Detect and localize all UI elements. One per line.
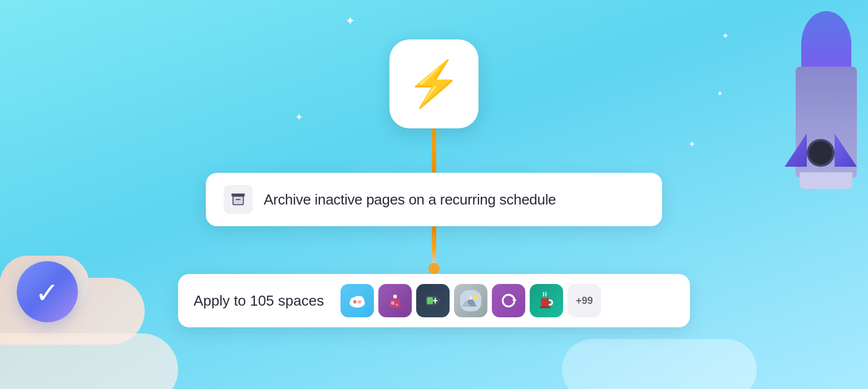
main-content: ⚡ Archive inactive pages on a recurring … [178,39,690,327]
spaces-label: Apply to 105 spaces [194,292,324,310]
connector-dot [428,263,440,274]
space-icon-mountain[interactable] [454,284,487,317]
space-icon-coffee[interactable] [530,284,563,317]
lightning-icon-card: ⚡ [389,39,479,128]
space-icon-plus[interactable] [416,284,450,317]
svg-point-9 [396,303,398,306]
svg-point-6 [358,300,361,303]
rocket-window [807,139,835,167]
archive-svg-icon [230,192,246,207]
svg-rect-7 [393,295,397,298]
cloud-svg [347,290,368,311]
potion-svg [384,290,406,311]
space-icon-potion[interactable] [378,284,412,317]
spaces-card[interactable]: Apply to 105 spaces [178,274,690,327]
space-icon-cloud[interactable] [341,284,374,317]
rocket-decoration [757,0,868,278]
sparkle-icon-2: ✦ [722,31,729,41]
background-cloud-bottom-left [0,333,178,389]
archive-card[interactable]: Archive inactive pages on a recurring sc… [206,173,662,226]
archive-card-text: Archive inactive pages on a recurring sc… [264,191,556,208]
svg-marker-19 [512,298,516,301]
background-cloud-bottom-right [562,339,757,389]
spaces-icons-list: +99 [341,284,601,317]
svg-point-8 [391,301,394,305]
refresh-svg [498,290,519,311]
rocket-base [800,172,852,189]
svg-rect-11 [438,298,440,303]
lightning-bolt-icon: ⚡ [406,62,462,106]
connector-top [432,128,436,173]
check-circle: ✓ [17,261,78,322]
svg-rect-20 [541,298,550,307]
sparkle-icon-1: ✦ [345,14,355,28]
space-icon-more[interactable]: +99 [568,284,601,317]
sparkle-icon-5: ✦ [717,89,723,98]
connector-bottom [432,226,436,265]
mountain-svg [460,290,481,311]
archive-icon-box [224,185,253,214]
checkmark-icon: ✓ [35,278,60,307]
svg-rect-21 [540,307,551,308]
more-count-label: +99 [576,295,593,307]
plus-svg [422,290,443,311]
svg-point-5 [353,300,357,303]
space-icon-refresh[interactable] [492,284,525,317]
svg-rect-12 [427,297,433,305]
svg-point-17 [473,295,477,299]
coffee-svg [536,290,557,311]
